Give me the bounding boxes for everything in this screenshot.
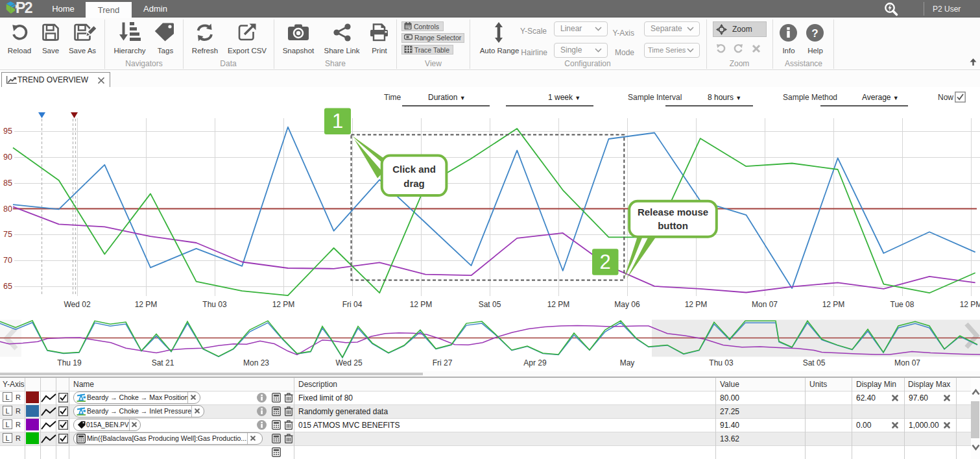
- svg-text:May 06: May 06: [614, 300, 640, 309]
- svg-text:Sat 05: Sat 05: [479, 300, 501, 309]
- svg-text:Mon 23: Mon 23: [243, 358, 269, 367]
- svg-text:?: ?: [811, 27, 818, 40]
- svg-text:Wed 25: Wed 25: [335, 358, 362, 367]
- svg-text:Wed 02: Wed 02: [64, 300, 90, 309]
- svg-text:Release mouse: Release mouse: [638, 206, 708, 217]
- svg-text:Thu 03: Thu 03: [709, 358, 734, 367]
- svg-text:80: 80: [3, 205, 12, 214]
- svg-text:12 PM: 12 PM: [547, 300, 570, 309]
- svg-text:12 PM: 12 PM: [685, 300, 708, 309]
- svg-text:Apr 29: Apr 29: [523, 358, 547, 367]
- svg-text:12 PM: 12 PM: [960, 300, 980, 309]
- svg-text:1: 1: [332, 110, 343, 132]
- svg-text:Mon 07: Mon 07: [752, 300, 778, 309]
- svg-text:12 PM: 12 PM: [272, 300, 295, 309]
- svg-text:Thu 19: Thu 19: [57, 358, 82, 367]
- svg-text:12 PM: 12 PM: [822, 300, 845, 309]
- svg-text:85: 85: [3, 179, 12, 188]
- svg-text:Fri 04: Fri 04: [342, 300, 363, 309]
- svg-text:70: 70: [3, 256, 12, 265]
- svg-text:Sat 21: Sat 21: [152, 358, 174, 367]
- svg-text:2: 2: [600, 251, 611, 273]
- svg-text:65: 65: [3, 282, 12, 291]
- svg-text:Sat 05: Sat 05: [803, 358, 826, 367]
- svg-text:Thu 03: Thu 03: [202, 300, 227, 309]
- svg-text:75: 75: [3, 230, 12, 239]
- svg-text:12 PM: 12 PM: [410, 300, 433, 309]
- svg-text:90: 90: [3, 153, 12, 162]
- svg-text:drag: drag: [403, 178, 425, 189]
- svg-text:Tue 08: Tue 08: [890, 300, 914, 309]
- svg-text:May: May: [620, 358, 635, 367]
- svg-text:Fri 27: Fri 27: [433, 358, 453, 367]
- svg-text:Click and: Click and: [392, 164, 436, 175]
- svg-text:95: 95: [3, 127, 12, 136]
- svg-text:12 PM: 12 PM: [135, 300, 158, 309]
- svg-text:Mon 07: Mon 07: [894, 358, 920, 367]
- svg-text:button: button: [658, 220, 688, 231]
